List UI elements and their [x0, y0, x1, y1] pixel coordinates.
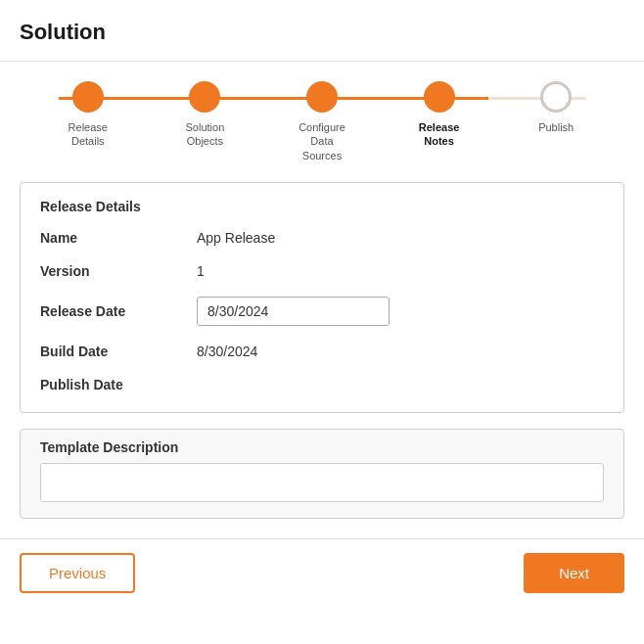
next-button[interactable]: Next [524, 553, 624, 593]
step-release-notes[interactable]: ReleaseNotes [381, 81, 498, 149]
field-label-build-date: Build Date [40, 344, 197, 359]
step-circle-release-details [72, 81, 104, 113]
page-title: Solution [20, 20, 106, 44]
step-circle-configure-data-sources [306, 81, 338, 113]
field-row-name: Name App Release [40, 230, 604, 246]
step-label-publish: Publish [538, 120, 574, 134]
field-row-build-date: Build Date 8/30/2024 [40, 344, 604, 359]
field-row-version: Version 1 [40, 263, 604, 279]
step-label-configure-data-sources: ConfigureDataSources [299, 120, 345, 162]
step-label-release-notes: ReleaseNotes [419, 120, 460, 149]
stepper-track: ReleaseDetails SolutionObjects Configure… [29, 81, 615, 162]
step-label-release-details: ReleaseDetails [69, 120, 108, 149]
step-solution-objects[interactable]: SolutionObjects [147, 81, 264, 149]
previous-button[interactable]: Previous [20, 553, 135, 593]
field-row-release-date: Release Date [40, 297, 604, 326]
step-circle-release-notes [424, 81, 455, 113]
field-label-version: Version [40, 263, 197, 279]
step-circle-solution-objects [189, 81, 220, 113]
release-details-title: Release Details [40, 199, 604, 214]
template-description-input[interactable] [40, 463, 604, 502]
step-configure-data-sources[interactable]: ConfigureDataSources [263, 81, 381, 162]
header: Solution [0, 0, 644, 62]
footer: Previous Next [0, 538, 644, 607]
field-label-name: Name [40, 230, 197, 246]
main-content: Release Details Name App Release Version… [0, 172, 644, 538]
step-release-details[interactable]: ReleaseDetails [29, 81, 147, 149]
field-label-publish-date: Publish Date [40, 377, 197, 392]
step-label-solution-objects: SolutionObjects [186, 120, 225, 149]
field-value-version: 1 [197, 263, 205, 279]
field-label-release-date: Release Date [40, 303, 197, 319]
release-date-input[interactable] [197, 297, 390, 326]
field-row-publish-date: Publish Date [40, 377, 604, 392]
step-publish[interactable]: Publish [497, 81, 615, 134]
stepper: ReleaseDetails SolutionObjects Configure… [0, 62, 644, 172]
field-value-name: App Release [197, 230, 275, 246]
field-value-build-date: 8/30/2024 [197, 344, 257, 359]
template-description-section: Template Description [20, 429, 624, 519]
template-description-title: Template Description [40, 439, 604, 455]
step-circle-publish [540, 81, 572, 113]
release-details-card: Release Details Name App Release Version… [20, 182, 624, 413]
